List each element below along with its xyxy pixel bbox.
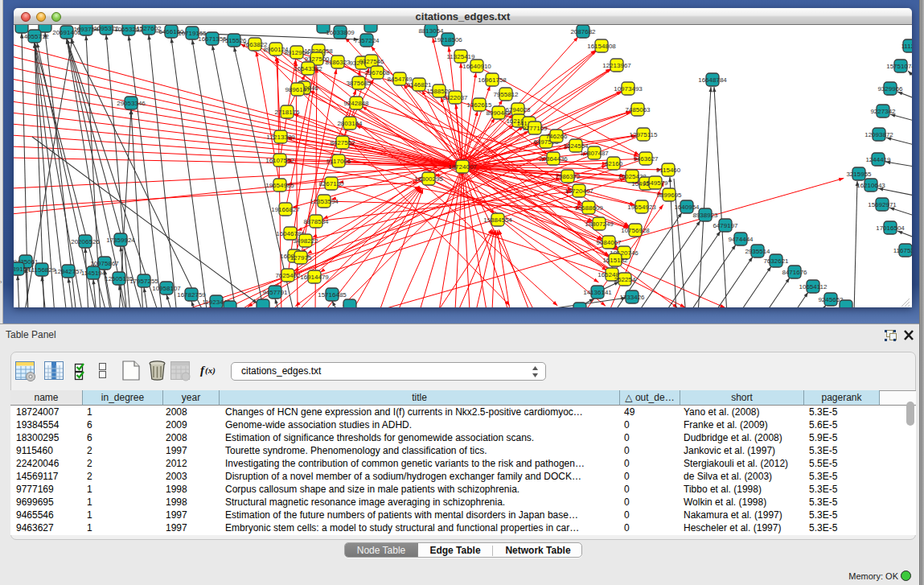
- svg-text:17016504: 17016504: [876, 225, 905, 232]
- svg-text:12353594: 12353594: [310, 198, 339, 205]
- svg-text:19654985: 19654985: [265, 182, 294, 189]
- svg-text:16914479: 16914479: [300, 274, 329, 281]
- svg-text:746266: 746266: [546, 133, 568, 140]
- svg-text:1362615: 1362615: [466, 101, 492, 109]
- svg-text:29053346: 29053346: [117, 100, 146, 107]
- svg-text:16154808: 16154808: [587, 43, 616, 50]
- svg-text:10973493: 10973493: [614, 85, 643, 93]
- svg-text:7485063: 7485063: [625, 106, 651, 113]
- svg-text:18724007: 18724007: [448, 163, 477, 171]
- svg-text:1733426: 1733426: [619, 294, 645, 301]
- svg-text:8813054: 8813054: [418, 27, 444, 35]
- svg-text:12942757: 12942757: [54, 268, 83, 275]
- svg-text:(x): (x): [205, 365, 216, 376]
- svg-text:7632621: 7632621: [763, 257, 789, 265]
- svg-text:7625402: 7625402: [275, 272, 301, 279]
- svg-text:8427552: 8427552: [330, 139, 355, 146]
- svg-text:20206526: 20206526: [71, 238, 100, 245]
- svg-text:9327546: 9327546: [359, 58, 384, 65]
- svg-text:2718176: 2718176: [274, 109, 300, 116]
- svg-text:1244419: 1244419: [865, 156, 891, 163]
- svg-text:16961758: 16961758: [478, 76, 507, 84]
- svg-text:7955812: 7955812: [493, 91, 519, 98]
- svg-text:6794028: 6794028: [505, 106, 531, 113]
- svg-text:1640954: 1640954: [674, 204, 700, 211]
- svg-text:2935514: 2935514: [745, 248, 770, 255]
- svg-text:9329966: 9329966: [877, 85, 903, 93]
- svg-text:9117006: 9117006: [326, 158, 351, 165]
- svg-text:15751074: 15751074: [886, 63, 912, 70]
- svg-text:2803144: 2803144: [337, 120, 363, 127]
- svg-text:11325419: 11325419: [447, 53, 476, 60]
- svg-text:6479197: 6479197: [713, 222, 738, 229]
- svg-text:12213967: 12213967: [602, 62, 631, 69]
- svg-text:11156829: 11156829: [28, 266, 56, 274]
- svg-text:8322037: 8322037: [442, 94, 468, 101]
- svg-text:9115460: 9115460: [656, 167, 681, 174]
- svg-text:1549579: 1549579: [643, 179, 668, 187]
- svg-text:18807249: 18807249: [585, 220, 614, 228]
- svg-text:10654112: 10654112: [799, 283, 828, 290]
- svg-text:9896147: 9896147: [285, 86, 310, 93]
- svg-text:16543382: 16543382: [294, 65, 322, 72]
- svg-text:16107552: 16107552: [265, 157, 294, 164]
- svg-text:14055712: 14055712: [20, 33, 49, 40]
- svg-text:16782759: 16782759: [177, 291, 206, 299]
- svg-text:19654923: 19654923: [627, 204, 656, 211]
- svg-text:9463627: 9463627: [633, 155, 659, 163]
- svg-text:9084067: 9084067: [596, 239, 622, 246]
- svg-text:8471676: 8471676: [782, 269, 807, 276]
- svg-text:8938923: 8938923: [692, 212, 718, 219]
- svg-text:11124: 11124: [901, 43, 912, 50]
- svg-text:8186323: 8186323: [325, 59, 351, 66]
- svg-text:17957255: 17957255: [129, 278, 158, 285]
- svg-text:16210643: 16210643: [856, 182, 885, 189]
- svg-text:1615132: 1615132: [602, 257, 628, 264]
- svg-text:7357224: 7357224: [354, 37, 380, 44]
- svg-text:9777169: 9777169: [522, 125, 548, 132]
- svg-text:3875685: 3875685: [346, 80, 372, 87]
- svg-text:19218506: 19218506: [433, 36, 462, 43]
- svg-text:12093872: 12093872: [864, 131, 893, 138]
- svg-text:16033809: 16033809: [326, 29, 355, 36]
- svg-text:12213389: 12213389: [266, 134, 295, 141]
- svg-text:12975115: 12975115: [630, 131, 659, 138]
- svg-text:8878534: 8878534: [303, 218, 329, 225]
- svg-text:2087682: 2087682: [570, 28, 596, 35]
- svg-text:3498222: 3498222: [293, 237, 318, 245]
- svg-text:14136141: 14136141: [583, 289, 612, 296]
- svg-text:1167533: 1167533: [893, 247, 912, 254]
- svg-text:127975: 127975: [290, 254, 312, 262]
- svg-text:19166827: 19166827: [271, 206, 300, 213]
- svg-text:15720407: 15720407: [565, 187, 593, 195]
- svg-text:3215955: 3215955: [846, 171, 872, 178]
- svg-text:8267130: 8267130: [318, 180, 344, 187]
- svg-text:17359924: 17359924: [106, 237, 135, 244]
- svg-text:15692971: 15692971: [868, 201, 897, 208]
- svg-text:16640910: 16640910: [462, 63, 491, 70]
- svg-text:10756928: 10756928: [621, 227, 650, 234]
- svg-text:19384554: 19384554: [483, 216, 512, 224]
- svg-text:252254: 252254: [614, 276, 636, 283]
- svg-text:1145194: 1145194: [81, 270, 106, 277]
- svg-text:10688609: 10688609: [574, 204, 603, 212]
- svg-text:20364436: 20364436: [539, 155, 568, 163]
- svg-text:9227342: 9227342: [870, 108, 896, 115]
- svg-text:62160: 62160: [605, 160, 623, 167]
- svg-text:2967608: 2967608: [364, 69, 390, 76]
- svg-text:3624554: 3624554: [563, 142, 589, 150]
- svg-text:18300295: 18300295: [414, 175, 443, 183]
- svg-text:9242848: 9242848: [343, 100, 369, 107]
- svg-text:9457791: 9457791: [262, 289, 288, 296]
- svg-text:7986372: 7986372: [555, 173, 581, 180]
- svg-text:10975867: 10975867: [90, 260, 119, 267]
- svg-text:16648784: 16648784: [698, 76, 727, 84]
- svg-text:10807487: 10807487: [580, 150, 609, 157]
- svg-text:9899695: 9899695: [656, 192, 682, 199]
- svg-text:15716485: 15716485: [318, 291, 347, 299]
- svg-text:1527602: 1527602: [136, 25, 162, 32]
- svg-text:9474444: 9474444: [728, 236, 754, 243]
